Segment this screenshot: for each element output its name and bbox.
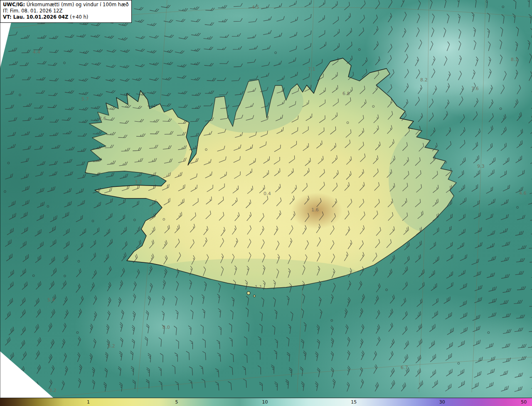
init-time-line: IT: Fim. 08. 01. 2026 12Z xyxy=(3,8,129,14)
colorbar-tick-label: 5 xyxy=(175,399,178,405)
contour-label: 0.4 xyxy=(264,191,271,196)
contour-label: 9.3 xyxy=(477,164,485,169)
contour-label: 3.2 xyxy=(49,388,57,393)
contour-label: 7.1 xyxy=(308,66,315,72)
valid-time: VT: Lau. 10.01.2026 04Z xyxy=(3,14,68,20)
contour-label: 7.6 xyxy=(471,86,479,91)
map-left-edge-line xyxy=(0,0,0,398)
colorbar-tick-label: 10 xyxy=(262,399,268,405)
contour-label: 8.2 xyxy=(420,77,428,83)
colorbar-tick-label: 1 xyxy=(87,399,90,405)
valid-time-line: VT: Lau. 10.01.2026 04Z (+40 h) xyxy=(3,14,129,20)
colorbar-tick-label: 50 xyxy=(521,399,527,405)
contour-label: 1.6 xyxy=(311,207,319,213)
contour-label: 3.2 xyxy=(135,179,142,185)
contour-label: 8.1 xyxy=(511,57,518,62)
contour-label: 1.1 xyxy=(255,284,262,290)
contour-label: 3.2 xyxy=(108,343,115,349)
colorbar-tick-label: 15 xyxy=(351,399,357,405)
contour-label: 5.4 xyxy=(47,297,55,303)
model-label: UWC/IG: xyxy=(3,2,25,7)
weather-map-frame: 4.54.45.72.67.16.88.27.68.19.34.63.20.41… xyxy=(0,0,532,406)
contour-label: 8.0 xyxy=(163,325,170,330)
title-box: UWC/IG: Úrkomumætti (mm) og vindur í 100… xyxy=(0,0,132,23)
contour-label: 6.7 xyxy=(401,365,408,370)
contour-label: 5.7 xyxy=(81,96,89,102)
contour-label: 4.5 xyxy=(252,5,259,10)
contour-label: 6.8 xyxy=(342,91,350,96)
contour-label: 4.4 xyxy=(33,49,40,55)
contour-label: 4.6 xyxy=(519,191,527,196)
colorbar-tick-label: 30 xyxy=(439,399,445,405)
title-line: UWC/IG: Úrkomumætti (mm) og vindur í 100… xyxy=(3,2,129,8)
contour-label: 2.6 xyxy=(99,116,106,121)
wind-barbs-layer xyxy=(0,0,532,398)
map-title: Úrkomumætti (mm) og vindur í 100m hæð xyxy=(27,2,129,7)
precipitation-colorbar: 1510153050 xyxy=(0,398,532,406)
valid-offset: (+40 h) xyxy=(70,14,88,20)
